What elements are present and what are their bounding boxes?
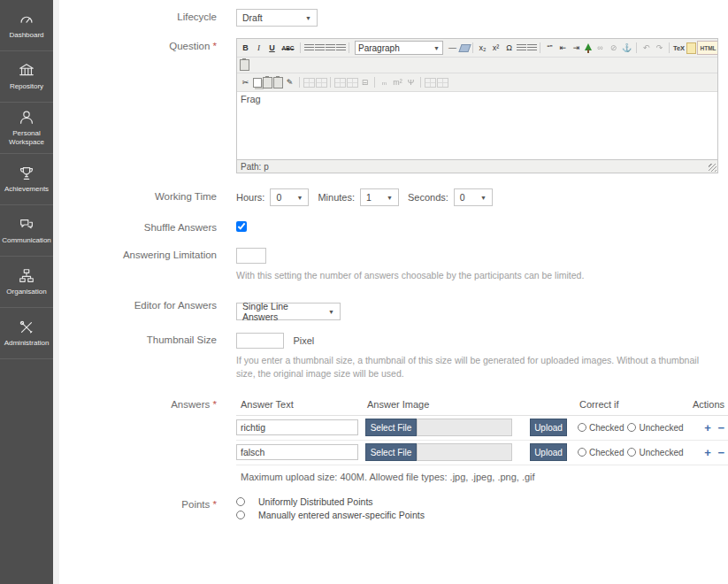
align-center-icon[interactable] — [315, 44, 325, 52]
sidebar-item-label: Communication — [2, 236, 51, 245]
blockquote-icon[interactable]: “” — [544, 42, 556, 54]
bold-icon[interactable]: B — [240, 42, 252, 54]
answer-row-2: Select File Upload Checked Unchecked + − — [236, 441, 728, 465]
sidebar-item-organisation[interactable]: Organisation — [0, 257, 53, 308]
select-file-button[interactable]: Select File — [365, 419, 417, 436]
thumbnail-size-input[interactable] — [236, 333, 284, 349]
toolbar-separator — [472, 42, 473, 53]
paste-word-icon[interactable] — [240, 59, 249, 71]
align-left-icon[interactable] — [304, 44, 314, 52]
minutes-select[interactable]: 1▼ — [360, 188, 399, 206]
insert-col-before-icon: ₘ — [379, 76, 391, 88]
achievements-icon — [18, 165, 35, 182]
chevron-down-icon: ▼ — [296, 195, 303, 201]
answer-text-input[interactable] — [236, 444, 358, 460]
manual-points-label: Manually entered answer-specific Points — [258, 510, 425, 520]
charmap-icon[interactable]: Ω — [503, 42, 516, 54]
sidebar-item-repository[interactable]: Repository — [0, 51, 53, 103]
sidebar-item-dashboard[interactable]: Dashboard — [0, 0, 53, 51]
italic-icon[interactable]: I — [253, 42, 265, 54]
question-label: Question * — [59, 38, 236, 51]
unlink-icon: ⊘ — [608, 42, 620, 54]
sidebar-item-label: Administration — [4, 339, 50, 348]
indent-icon[interactable]: ⇥ — [571, 42, 583, 54]
shuffle-checkbox[interactable] — [236, 221, 247, 232]
hours-select[interactable]: 0▼ — [270, 188, 309, 206]
link-icon: ∞ — [594, 42, 607, 54]
upload-button[interactable]: Upload — [530, 419, 567, 436]
unchecked-radio[interactable] — [627, 448, 636, 457]
toolbar-separator — [636, 42, 637, 53]
undo-icon: ↶ — [640, 42, 653, 54]
thumbnail-size-description: If you enter a thumbnail size, a thumbna… — [236, 354, 718, 380]
select-file-button[interactable]: Select File — [365, 443, 417, 461]
insert-row-after-icon — [347, 78, 358, 88]
underline-icon[interactable]: U — [266, 42, 279, 54]
remove-answer-icon[interactable]: − — [717, 446, 724, 459]
bullet-list-icon[interactable] — [517, 44, 526, 52]
answering-limitation-label: Answering Limitation — [59, 247, 236, 260]
editor-content-area[interactable]: Frag — [237, 92, 717, 159]
answer-text-input[interactable] — [236, 419, 358, 435]
thumbnail-size-row: Thumbnail Size Pixel If you enter a thum… — [59, 332, 728, 380]
chevron-down-icon: ▼ — [480, 195, 487, 201]
editor-for-answers-select[interactable]: Single Line Answers ▼ — [236, 303, 341, 320]
subscript-icon[interactable]: x₂ — [477, 42, 489, 54]
latex-page-icon[interactable] — [686, 42, 696, 54]
editor-resize-handle[interactable] — [709, 164, 717, 172]
delete-col-icon: Ψ — [405, 76, 418, 88]
thumbnail-size-label: Thumbnail Size — [59, 332, 236, 345]
lifecycle-label: Lifecycle — [59, 9, 236, 22]
sidebar-item-label: Repository — [10, 82, 43, 91]
checked-radio[interactable] — [578, 423, 586, 432]
answers-table-header: Answer Text Answer Image Correct if Acti… — [236, 396, 728, 416]
remove-format-icon[interactable] — [458, 44, 471, 52]
uniform-points-radio[interactable] — [236, 497, 245, 506]
seconds-select[interactable]: 0▼ — [454, 188, 493, 206]
points-row: Points * Uniformly Distributed Points Ma… — [59, 496, 728, 523]
image-icon[interactable] — [584, 43, 594, 53]
horizontal-rule-icon[interactable]: — — [447, 42, 459, 54]
html-source-icon[interactable]: HTML — [697, 41, 718, 55]
toolbar-separator — [300, 42, 301, 53]
add-answer-icon[interactable]: + — [704, 421, 711, 434]
lifecycle-select[interactable]: Draft ▼ — [236, 9, 318, 27]
unchecked-radio[interactable] — [627, 423, 636, 432]
sidebar-item-label: Organisation — [6, 288, 46, 296]
paste-text-icon[interactable] — [273, 77, 283, 88]
sidebar-item-communication[interactable]: Communication — [0, 205, 53, 257]
insert-table-icon — [303, 78, 315, 88]
tex-icon[interactable]: TeX — [673, 42, 686, 54]
paragraph-format-select[interactable]: Paragraph▼ — [355, 41, 443, 55]
insert-row-before-icon — [334, 78, 346, 88]
sidebar-item-label: Dashboard — [9, 31, 43, 40]
sidebar-item-label: Personal Workspace — [2, 129, 51, 146]
numbered-list-icon[interactable] — [527, 44, 537, 52]
sidebar-item-achievements[interactable]: Achievements — [0, 154, 53, 205]
align-right-icon[interactable] — [326, 44, 335, 52]
answering-limitation-input[interactable] — [236, 248, 266, 264]
chevron-down-icon: ▼ — [328, 309, 334, 315]
answers-label: Answers * — [59, 396, 236, 410]
points-label: Points * — [59, 496, 236, 510]
main-sidebar: Dashboard Repository Personal Workspace … — [0, 0, 53, 584]
anchor-icon[interactable]: ⚓ — [621, 42, 633, 54]
add-answer-icon[interactable]: + — [704, 446, 711, 459]
superscript-icon[interactable]: x² — [490, 42, 502, 54]
strikethrough-icon[interactable]: ABC — [280, 42, 297, 54]
cut-icon[interactable]: ✂ — [240, 76, 252, 88]
checked-radio[interactable] — [578, 448, 586, 457]
sidebar-item-personal-workspace[interactable]: Personal Workspace — [0, 103, 53, 154]
remove-answer-icon[interactable]: − — [717, 421, 724, 434]
paste-icon[interactable] — [263, 77, 272, 88]
answering-limitation-row: Answering Limitation With this setting t… — [59, 247, 728, 282]
edit-source-icon[interactable]: ✎ — [284, 76, 296, 88]
personal-workspace-icon — [18, 109, 35, 127]
copy-icon[interactable] — [253, 78, 262, 88]
align-justify-icon[interactable] — [336, 44, 346, 52]
upload-button[interactable]: Upload — [530, 443, 567, 461]
sidebar-item-administration[interactable]: Administration — [0, 308, 53, 359]
outdent-icon[interactable]: ⇤ — [557, 42, 570, 54]
hours-label: Hours: — [236, 192, 264, 203]
manual-points-radio[interactable] — [236, 511, 245, 519]
